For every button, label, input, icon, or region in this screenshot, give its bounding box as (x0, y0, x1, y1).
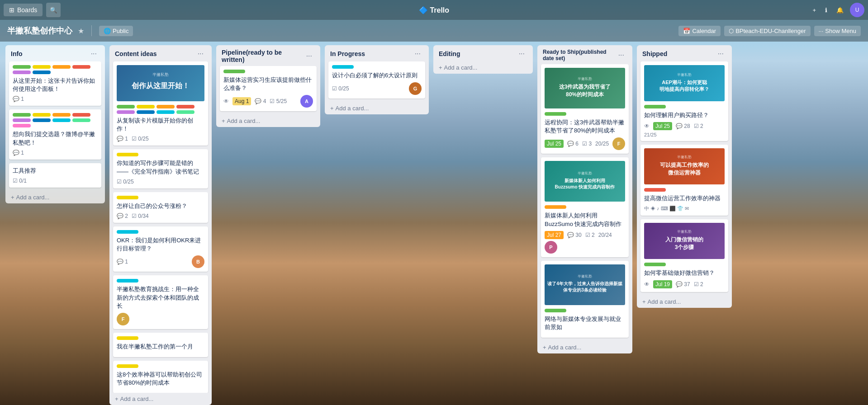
list-pipeline-cards: 新媒体运营实习生应该提前做些什么准备？ 👁 Aug 1 💬 4 ☑ 5/25 A (216, 66, 320, 115)
add-card-label: Add a card... (227, 118, 261, 124)
cover-content: 半撇私塾 AEP潮斗：如何更聪明地提高内容转化率？ (658, 72, 711, 94)
checklist-badge: ☑ 2 (694, 281, 703, 287)
label-yellow (33, 113, 51, 117)
label (157, 105, 175, 108)
github-button[interactable]: ⬡ BPteach-EDU-Chanllenger (724, 26, 810, 36)
boards-label: Boards (17, 6, 37, 14)
card-title: 如何零基础做好微信营销？ (644, 269, 725, 277)
list-ready-to-ship-menu[interactable]: ··· (616, 50, 627, 60)
card-cover: 半撇私塾 入门微信营销的3个步骤 (644, 223, 725, 259)
card-rts-2[interactable]: 半撇私塾 新媒体新人如何利用Buzzsumo 快速完成内容制作 新媒体新人如何利… (541, 157, 629, 257)
comment-badge: 💬 1 (117, 259, 128, 265)
list-shipped-cards: 半撇私塾 AEP潮斗：如何更聪明地提高内容转化率？ 如何理解用户购买路径？ 👁 … (637, 61, 732, 296)
board-visibility-button[interactable]: 🌐 Public (99, 26, 133, 36)
list-pipeline-menu[interactable]: ··· (304, 51, 315, 61)
card-ci-2[interactable]: 你知道的写作步骤可能是错的——《完全写作指南》读书笔记 ☑ 0/25 (113, 149, 208, 188)
topbar-logo: 🔷 Trello (419, 6, 449, 14)
show-menu-button[interactable]: ··· Show Menu (814, 26, 861, 36)
label-yellow (117, 153, 138, 156)
card-cover: 半撇私塾 读了4年大学，过来人告诉你选择新媒体专业的3条必读经验 (545, 264, 625, 305)
card-info-3[interactable]: 工具推荐 ☑ 0/1 (9, 163, 101, 188)
card-cover: 半撇私塾 可以提高工作效率的微信运营神器 (644, 148, 725, 184)
notification-button[interactable]: 🔔 (834, 5, 846, 15)
add-card-shipped[interactable]: + Add a card... (637, 296, 732, 308)
board-content: Info ··· 从这里开始：这张卡片告诉你如何使用这个面板！ 💬 1 (0, 42, 868, 405)
label-orange (52, 65, 71, 69)
list-shipped-menu[interactable]: ··· (715, 49, 726, 59)
bell-icon: 🔔 (836, 7, 844, 14)
due-date-badge: Aug 1 (232, 97, 251, 105)
add-card-content-ideas[interactable]: + Add a card... (109, 393, 212, 405)
card-ci-4[interactable]: OKR：我们是如何利用OKR来进行目标管理？ 💬 1 B (113, 226, 208, 272)
list-info-menu[interactable]: ··· (88, 49, 100, 59)
label-yellow (117, 336, 138, 340)
topbar: ⊞ Boards 🔍 🔷 Trello + ℹ 🔔 U (0, 0, 868, 20)
card-title: 如何理解用户购买路径？ (644, 111, 725, 119)
cover-content: 半撇私塾 这3件武器为我节省了80%的时间成本 (557, 76, 613, 100)
add-card-editing[interactable]: + Add a card... (433, 61, 533, 74)
card-footer: 💬 1 B (117, 255, 204, 268)
card-sh-3[interactable]: 半撇私塾 入门微信营销的3个步骤 如何零基础做好微信营销？ 👁 Jul 19 💬… (640, 219, 728, 292)
add-card-in-progress[interactable]: + Add a card... (325, 102, 429, 114)
board-star-button[interactable]: ★ (78, 27, 84, 35)
card-footer: 👁 Jul 25 💬 28 ☑ 2 (644, 122, 725, 130)
label (137, 110, 155, 114)
card-ip-1[interactable]: 设计小白必须了解的6大设计原则 ☑ 0/25 G (328, 61, 425, 99)
add-icon: + (812, 7, 816, 14)
add-card-info[interactable]: + Add a card... (5, 191, 105, 203)
card-sh-1[interactable]: 半撇私塾 AEP潮斗：如何更聪明地提高内容转化率？ 如何理解用户购买路径？ 👁 … (640, 61, 728, 141)
comment-badge: 💬 4 (255, 98, 266, 104)
card-ci-3[interactable]: 怎样让自己的公众号涨粉？ 💬 2 ☑ 0/34 (113, 192, 208, 223)
calendar-button[interactable]: 📅 Calendar (678, 26, 721, 36)
list-content-ideas-menu[interactable]: ··· (195, 49, 206, 59)
search-button[interactable]: 🔍 (46, 3, 61, 17)
list-editing-header: Editing ··· (433, 45, 533, 61)
card-rts-1[interactable]: 半撇私塾 这3件武器为我节省了80%的时间成本 远程协同：这3件武器帮助半撇私塾… (541, 64, 629, 154)
user-avatar-button[interactable]: U (850, 3, 864, 17)
label-yellow (117, 364, 138, 368)
label (137, 105, 155, 108)
card-ci-5[interactable]: 半撇私塾教育挑战生：用一种全新的方式去探索个体和团队的成长 F (113, 275, 208, 329)
list-ready-to-ship: Ready to Ship(published date set) ··· 半撇… (537, 45, 632, 353)
boards-button[interactable]: ⊞ Boards (4, 4, 43, 16)
cover-content: 半撇私塾 读了4年大学，过来人告诉你选择新媒体专业的3条必读经验 (545, 274, 625, 295)
list-editing-title: Editing (439, 50, 460, 57)
comment-badge: 💬 30 (567, 232, 582, 238)
add-card-ready-to-ship[interactable]: + Add a card... (537, 341, 632, 353)
list-in-progress-cards: 设计小白必须了解的6大设计原则 ☑ 0/25 G (325, 61, 429, 102)
list-in-progress-menu[interactable]: ··· (412, 49, 423, 59)
info-button[interactable]: ℹ (822, 5, 830, 15)
search-icon: 🔍 (50, 7, 57, 14)
comment-badge: 💬 1 (117, 136, 128, 142)
checklist-badge: ☑ 0/25 (332, 85, 349, 92)
avatar-label: U (855, 7, 859, 13)
board-header: 半撇私塾创作中心 ★ 🌐 Public 📅 Calendar ⬡ BPteach… (0, 20, 868, 42)
card-title: 怎样让自己的公众号涨粉？ (117, 202, 204, 210)
label-blue (33, 71, 51, 74)
card-info-1[interactable]: 从这里开始：这张卡片告诉你如何使用这个面板！ 💬 1 (9, 61, 101, 106)
add-card-label: Add a card... (16, 194, 50, 201)
info-icon: ℹ (825, 7, 827, 14)
card-ci-7[interactable]: 这8个效率神器可以帮助初创公司节省80%的时间成本 (113, 361, 208, 393)
card-footer: 💬 1 ☑ 0/25 (117, 136, 204, 142)
card-pl-1[interactable]: 新媒体运营实习生应该提前做些什么准备？ 👁 Aug 1 💬 4 ☑ 5/25 A (220, 66, 317, 111)
toolbar-icons: 中 ◈ ♪ ⌨ ⬛ 👕 ✉ (644, 205, 689, 212)
card-title: 我在半撇私塾工作的第一个月 (117, 343, 204, 351)
card-sh-2[interactable]: 半撇私塾 可以提高工作效率的微信运营神器 提高微信运营工作效率的神器 中 ◈ ♪… (640, 145, 728, 216)
add-button[interactable]: + (810, 5, 819, 15)
card-title: 远程协同：这3件武器帮助半撇私塾节省了80%的时间成本 (545, 118, 625, 135)
add-card-pipeline[interactable]: + Add a card... (216, 115, 320, 127)
plus-icon: + (222, 118, 225, 124)
card-labels (13, 65, 98, 74)
card-ci-6[interactable]: 我在半撇私塾工作的第一个月 (113, 333, 208, 357)
card-labels (117, 196, 204, 199)
card-info-2[interactable]: 想向我们提交选题？微博@半撇私塾吧！ 💬 1 (9, 109, 101, 159)
list-pipeline: Pipeline(ready to be written) ··· 新媒体运营实… (216, 45, 320, 127)
add-card-label: Add a card... (120, 396, 154, 402)
checklist2-badge: 20/25 (595, 141, 609, 147)
list-editing-menu[interactable]: ··· (516, 49, 527, 59)
label (117, 110, 135, 114)
card-rts-3[interactable]: 半撇私塾 读了4年大学，过来人告诉你选择新媒体专业的3条必读经验 网络与新媒体专… (541, 261, 629, 338)
label-cyan (117, 230, 138, 234)
card-ci-1[interactable]: 半撇私塾 创作从这里开始！ 从复制该卡片模版开始你的创作！ (113, 61, 208, 146)
